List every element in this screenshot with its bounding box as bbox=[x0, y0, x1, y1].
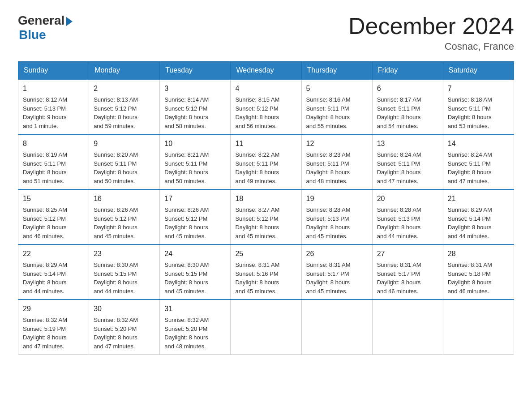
day-number: 6 bbox=[377, 83, 438, 94]
day-number: 2 bbox=[94, 83, 155, 94]
day-number: 9 bbox=[94, 138, 155, 149]
calendar-header-row: SundayMondayTuesdayWednesdayThursdayFrid… bbox=[18, 62, 514, 80]
calendar-cell: 15Sunrise: 8:25 AM Sunset: 5:12 PM Dayli… bbox=[18, 189, 89, 244]
day-info: Sunrise: 8:31 AM Sunset: 5:17 PM Dayligh… bbox=[377, 261, 438, 295]
day-info: Sunrise: 8:32 AM Sunset: 5:19 PM Dayligh… bbox=[23, 316, 84, 351]
day-info: Sunrise: 8:16 AM Sunset: 5:11 PM Dayligh… bbox=[306, 95, 368, 130]
day-number: 19 bbox=[306, 193, 368, 204]
day-info: Sunrise: 8:21 AM Sunset: 5:11 PM Dayligh… bbox=[164, 150, 226, 185]
calendar-week-row: 29Sunrise: 8:32 AM Sunset: 5:19 PM Dayli… bbox=[18, 300, 514, 355]
day-info: Sunrise: 8:32 AM Sunset: 5:20 PM Dayligh… bbox=[164, 316, 226, 351]
weekday-header-wednesday: Wednesday bbox=[231, 62, 301, 80]
calendar-cell: 1Sunrise: 8:12 AM Sunset: 5:13 PM Daylig… bbox=[18, 79, 89, 134]
day-info: Sunrise: 8:27 AM Sunset: 5:12 PM Dayligh… bbox=[235, 206, 296, 240]
day-number: 1 bbox=[23, 83, 84, 94]
calendar-cell: 16Sunrise: 8:26 AM Sunset: 5:12 PM Dayli… bbox=[89, 189, 160, 244]
calendar-cell: 22Sunrise: 8:29 AM Sunset: 5:14 PM Dayli… bbox=[18, 244, 89, 300]
calendar-cell: 9Sunrise: 8:20 AM Sunset: 5:11 PM Daylig… bbox=[89, 134, 160, 189]
logo-arrow-icon bbox=[66, 17, 73, 26]
logo-blue-text: Blue bbox=[19, 28, 46, 42]
calendar-cell: 24Sunrise: 8:30 AM Sunset: 5:15 PM Dayli… bbox=[160, 244, 231, 300]
calendar-cell: 29Sunrise: 8:32 AM Sunset: 5:19 PM Dayli… bbox=[18, 300, 89, 355]
weekday-header-monday: Monday bbox=[89, 62, 160, 80]
calendar-cell: 27Sunrise: 8:31 AM Sunset: 5:17 PM Dayli… bbox=[372, 244, 443, 300]
calendar-cell: 4Sunrise: 8:15 AM Sunset: 5:12 PM Daylig… bbox=[231, 79, 301, 134]
calendar-cell: 11Sunrise: 8:22 AM Sunset: 5:11 PM Dayli… bbox=[231, 134, 301, 189]
calendar-cell bbox=[443, 300, 514, 355]
calendar-cell: 26Sunrise: 8:31 AM Sunset: 5:17 PM Dayli… bbox=[301, 244, 372, 300]
calendar-cell: 28Sunrise: 8:31 AM Sunset: 5:18 PM Dayli… bbox=[443, 244, 514, 300]
day-number: 12 bbox=[306, 138, 368, 149]
calendar-cell: 17Sunrise: 8:26 AM Sunset: 5:12 PM Dayli… bbox=[160, 189, 231, 244]
calendar-cell: 10Sunrise: 8:21 AM Sunset: 5:11 PM Dayli… bbox=[160, 134, 231, 189]
calendar-cell: 13Sunrise: 8:24 AM Sunset: 5:11 PM Dayli… bbox=[372, 134, 443, 189]
day-info: Sunrise: 8:28 AM Sunset: 5:13 PM Dayligh… bbox=[306, 206, 368, 240]
day-info: Sunrise: 8:26 AM Sunset: 5:12 PM Dayligh… bbox=[94, 206, 155, 240]
calendar-cell: 12Sunrise: 8:23 AM Sunset: 5:11 PM Dayli… bbox=[301, 134, 372, 189]
day-number: 20 bbox=[377, 193, 438, 204]
weekday-header-friday: Friday bbox=[372, 62, 443, 80]
calendar-cell bbox=[301, 300, 372, 355]
calendar-cell: 7Sunrise: 8:18 AM Sunset: 5:11 PM Daylig… bbox=[443, 79, 514, 134]
day-number: 18 bbox=[235, 193, 296, 204]
day-info: Sunrise: 8:15 AM Sunset: 5:12 PM Dayligh… bbox=[235, 95, 296, 130]
calendar-cell: 2Sunrise: 8:13 AM Sunset: 5:12 PM Daylig… bbox=[89, 79, 160, 134]
day-number: 7 bbox=[448, 83, 509, 94]
calendar-week-row: 22Sunrise: 8:29 AM Sunset: 5:14 PM Dayli… bbox=[18, 244, 514, 300]
calendar-cell: 18Sunrise: 8:27 AM Sunset: 5:12 PM Dayli… bbox=[231, 189, 301, 244]
day-number: 21 bbox=[448, 193, 509, 204]
day-info: Sunrise: 8:29 AM Sunset: 5:14 PM Dayligh… bbox=[448, 206, 509, 240]
weekday-header-sunday: Sunday bbox=[18, 62, 89, 80]
weekday-header-thursday: Thursday bbox=[301, 62, 372, 80]
day-number: 3 bbox=[164, 83, 226, 94]
day-info: Sunrise: 8:20 AM Sunset: 5:11 PM Dayligh… bbox=[94, 150, 155, 185]
calendar-cell: 14Sunrise: 8:24 AM Sunset: 5:11 PM Dayli… bbox=[443, 134, 514, 189]
calendar-cell: 5Sunrise: 8:16 AM Sunset: 5:11 PM Daylig… bbox=[301, 79, 372, 134]
day-info: Sunrise: 8:31 AM Sunset: 5:17 PM Dayligh… bbox=[306, 261, 368, 295]
calendar-week-row: 1Sunrise: 8:12 AM Sunset: 5:13 PM Daylig… bbox=[18, 79, 514, 134]
day-info: Sunrise: 8:12 AM Sunset: 5:13 PM Dayligh… bbox=[23, 95, 84, 130]
day-number: 29 bbox=[23, 304, 84, 314]
day-number: 11 bbox=[235, 138, 296, 149]
day-number: 17 bbox=[164, 193, 226, 204]
day-number: 5 bbox=[306, 83, 368, 94]
day-info: Sunrise: 8:18 AM Sunset: 5:11 PM Dayligh… bbox=[448, 95, 509, 130]
page-header: General Blue December 2024 Cosnac, Franc… bbox=[18, 13, 514, 52]
day-info: Sunrise: 8:14 AM Sunset: 5:12 PM Dayligh… bbox=[164, 95, 226, 130]
day-info: Sunrise: 8:32 AM Sunset: 5:20 PM Dayligh… bbox=[94, 316, 155, 351]
day-number: 26 bbox=[306, 248, 368, 259]
day-info: Sunrise: 8:17 AM Sunset: 5:11 PM Dayligh… bbox=[377, 95, 438, 130]
calendar-table: SundayMondayTuesdayWednesdayThursdayFrid… bbox=[18, 61, 514, 355]
day-info: Sunrise: 8:19 AM Sunset: 5:11 PM Dayligh… bbox=[23, 150, 84, 185]
day-number: 31 bbox=[164, 304, 226, 314]
calendar-cell: 31Sunrise: 8:32 AM Sunset: 5:20 PM Dayli… bbox=[160, 300, 231, 355]
day-info: Sunrise: 8:22 AM Sunset: 5:11 PM Dayligh… bbox=[235, 150, 296, 185]
calendar-cell bbox=[231, 300, 301, 355]
calendar-cell: 25Sunrise: 8:31 AM Sunset: 5:16 PM Dayli… bbox=[231, 244, 301, 300]
calendar-cell: 19Sunrise: 8:28 AM Sunset: 5:13 PM Dayli… bbox=[301, 189, 372, 244]
calendar-cell: 20Sunrise: 8:28 AM Sunset: 5:13 PM Dayli… bbox=[372, 189, 443, 244]
day-number: 24 bbox=[164, 248, 226, 259]
day-number: 27 bbox=[377, 248, 438, 259]
day-info: Sunrise: 8:23 AM Sunset: 5:11 PM Dayligh… bbox=[306, 150, 368, 185]
day-number: 22 bbox=[23, 248, 84, 259]
month-title: December 2024 bbox=[348, 13, 514, 39]
day-number: 23 bbox=[94, 248, 155, 259]
day-info: Sunrise: 8:29 AM Sunset: 5:14 PM Dayligh… bbox=[23, 261, 84, 295]
calendar-cell: 3Sunrise: 8:14 AM Sunset: 5:12 PM Daylig… bbox=[160, 79, 231, 134]
day-number: 16 bbox=[94, 193, 155, 204]
calendar-cell: 30Sunrise: 8:32 AM Sunset: 5:20 PM Dayli… bbox=[89, 300, 160, 355]
day-number: 25 bbox=[235, 248, 296, 259]
day-info: Sunrise: 8:31 AM Sunset: 5:18 PM Dayligh… bbox=[448, 261, 509, 295]
calendar-cell: 23Sunrise: 8:30 AM Sunset: 5:15 PM Dayli… bbox=[89, 244, 160, 300]
day-info: Sunrise: 8:24 AM Sunset: 5:11 PM Dayligh… bbox=[448, 150, 509, 185]
day-number: 28 bbox=[448, 248, 509, 259]
day-number: 13 bbox=[377, 138, 438, 149]
day-number: 8 bbox=[23, 138, 84, 149]
calendar-cell: 21Sunrise: 8:29 AM Sunset: 5:14 PM Dayli… bbox=[443, 189, 514, 244]
calendar-cell: 8Sunrise: 8:19 AM Sunset: 5:11 PM Daylig… bbox=[18, 134, 89, 189]
day-info: Sunrise: 8:31 AM Sunset: 5:16 PM Dayligh… bbox=[235, 261, 296, 295]
calendar-week-row: 8Sunrise: 8:19 AM Sunset: 5:11 PM Daylig… bbox=[18, 134, 514, 189]
calendar-cell bbox=[372, 300, 443, 355]
day-number: 14 bbox=[448, 138, 509, 149]
